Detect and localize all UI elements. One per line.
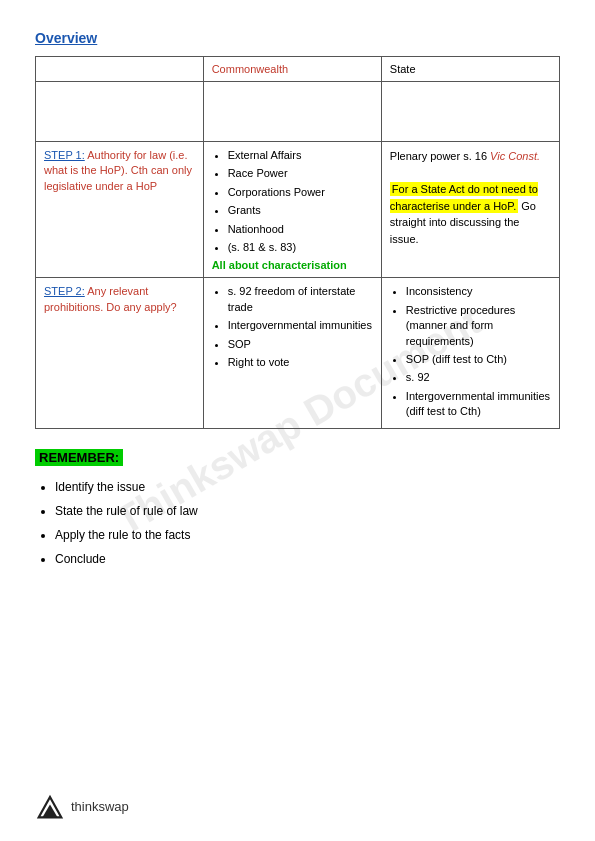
list-item: Corporations Power (228, 185, 373, 200)
step2-state: Inconsistency Restrictive procedures (ma… (381, 278, 559, 429)
remember-list: Identify the issue State the rule of rul… (35, 478, 560, 568)
list-item: Apply the rule to the facts (55, 526, 560, 544)
list-item: Grants (228, 203, 373, 218)
list-item: Intergovernmental immunities (diff test … (406, 389, 551, 420)
overview-table: Commonwealth State STEP 1: Authority for… (35, 56, 560, 429)
step2-label: STEP 2: Any relevant prohibitions. Do an… (36, 278, 204, 429)
list-item: External Affairs (228, 148, 373, 163)
list-item: Right to vote (228, 355, 373, 370)
remember-label: REMEMBER: (35, 449, 123, 466)
step2-commonwealth: s. 92 freedom of interstate trade Interg… (203, 278, 381, 429)
table-row-empty (36, 82, 560, 142)
empty-col2 (203, 82, 381, 142)
thinkswap-logo-icon (35, 791, 65, 821)
list-item: Inconsistency (406, 284, 551, 299)
footer: thinkswap (35, 791, 129, 821)
list-item: SOP (228, 337, 373, 352)
list-item: Intergovernmental immunities (228, 318, 373, 333)
header-col1 (36, 57, 204, 82)
empty-col3 (381, 82, 559, 142)
characterisation-note: All about characterisation (212, 259, 373, 271)
list-item: Identify the issue (55, 478, 560, 496)
footer-brand: thinkswap (71, 799, 129, 814)
list-item: Race Power (228, 166, 373, 181)
step1-state: Plenary power s. 16 Vic Const. For a Sta… (381, 142, 559, 278)
step1-cth-list: External Affairs Race Power Corporations… (212, 148, 373, 255)
list-item: SOP (diff test to Cth) (406, 352, 551, 367)
header-col2: Commonwealth (203, 57, 381, 82)
list-item: Restrictive procedures (manner and form … (406, 303, 551, 349)
table-row-step2: STEP 2: Any relevant prohibitions. Do an… (36, 278, 560, 429)
list-item: Conclude (55, 550, 560, 568)
step1-commonwealth: External Affairs Race Power Corporations… (203, 142, 381, 278)
remember-section: REMEMBER: Identify the issue State the r… (35, 449, 560, 568)
empty-col1 (36, 82, 204, 142)
step1-label: STEP 1: Authority for law (i.e. what is … (36, 142, 204, 278)
list-item: Nationhood (228, 222, 373, 237)
list-item: s. 92 freedom of interstate trade (228, 284, 373, 315)
list-item: (s. 81 & s. 83) (228, 240, 373, 255)
step2-cth-list: s. 92 freedom of interstate trade Interg… (212, 284, 373, 370)
page-title: Overview (35, 30, 560, 46)
table-row-step1: STEP 1: Authority for law (i.e. what is … (36, 142, 560, 278)
step2-state-list: Inconsistency Restrictive procedures (ma… (390, 284, 551, 419)
list-item: State the rule of rule of law (55, 502, 560, 520)
list-item: s. 92 (406, 370, 551, 385)
header-col3: State (381, 57, 559, 82)
